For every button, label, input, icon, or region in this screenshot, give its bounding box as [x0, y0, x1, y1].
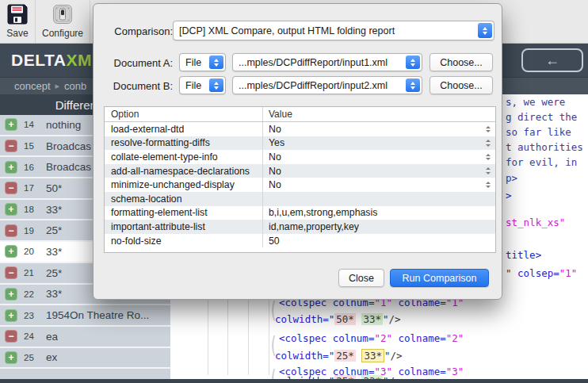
stepper-icon [209, 79, 223, 92]
run-comparison-button[interactable]: Run Comparison [390, 269, 489, 287]
option-row[interactable]: collate-element-type-info No [105, 150, 495, 164]
close-button[interactable]: Close [338, 269, 384, 287]
diff-label: 33* [46, 246, 62, 258]
stepper-icon [478, 23, 492, 38]
diff-label: 1954On Theatre Ro... [46, 309, 149, 321]
code-line: st_nlk_xs" [506, 216, 565, 228]
code-segment: title> [506, 249, 541, 261]
logo-delta-text: DELTA [11, 51, 66, 69]
diff-list-item[interactable]: + 23 1954On Theatre Ro... [0, 305, 170, 327]
code-segment: " [506, 267, 517, 279]
option-value: No [263, 166, 495, 177]
comparison-select[interactable]: [DCP] XML Compare, output HTML folding r… [173, 21, 494, 40]
document-a-path-value: ...mples/DCPdiffReport/input1.xml [239, 57, 422, 68]
code-line: " colsep="1" [506, 267, 577, 279]
comparison-selected-value: [DCP] XML Compare, output HTML folding r… [179, 25, 494, 36]
diff-number: 15 [24, 141, 43, 151]
configure-button[interactable]: Configure [36, 0, 90, 43]
option-row[interactable]: resolve-formatting-diffs Yes [105, 136, 495, 151]
value-stepper-icon[interactable] [486, 150, 491, 164]
value-stepper-icon[interactable] [486, 136, 491, 151]
diff-badge-icon: + [5, 245, 17, 258]
option-value: No [263, 151, 495, 163]
diff-number: 21 [24, 268, 43, 278]
diff-number: 14 [24, 120, 43, 129]
diff-label: Broadcas [46, 161, 91, 173]
diff-badge-icon: − [5, 330, 17, 343]
stepper-icon [406, 79, 420, 92]
comparison-label: Comparison: [97, 25, 173, 37]
breadcrumb-item-conbody[interactable]: conb [64, 80, 86, 92]
option-value: b,i,u,em,strong,emphasis [263, 207, 495, 218]
option-row[interactable]: no-fold-size 50 [105, 234, 495, 248]
diff-badge-icon: − [5, 182, 17, 194]
document-b-path-select[interactable]: ...mples/DCPdiffReport/input2.xml [232, 76, 422, 94]
option-value: 50 [263, 236, 495, 247]
diff-label: ex [46, 351, 57, 363]
code-segment: > [506, 190, 512, 201]
option-name: important-attribute-list [105, 220, 263, 234]
code-segment: colsep= [517, 267, 559, 279]
code-segment: "2" [446, 332, 464, 344]
breadcrumb-item-concept[interactable]: concept [14, 80, 51, 92]
option-column-header[interactable]: Option [105, 107, 263, 121]
code-line: t authorities [506, 141, 583, 153]
diff-badge-icon: − [5, 140, 17, 152]
code-segment: st_nlk_xs" [506, 216, 565, 228]
code-segment: colwidth=" [275, 313, 334, 325]
code-line: > [506, 190, 512, 201]
diff-badge-icon: + [5, 288, 17, 301]
code-segment: 25* [334, 350, 356, 362]
value-column-header[interactable]: Value [263, 109, 495, 120]
diff-number: 19 [24, 226, 43, 236]
diff-badge-icon: + [5, 161, 17, 174]
document-a-type-select[interactable]: File [179, 53, 226, 71]
document-b-type-select[interactable]: File [179, 76, 226, 94]
back-button[interactable]: ← [521, 48, 583, 72]
diff-number: 16 [24, 163, 43, 172]
diff-list-item[interactable]: − 24 ea [0, 327, 170, 348]
diff-label: 33* [46, 288, 62, 300]
value-stepper-icon[interactable] [486, 178, 491, 192]
options-table-header: Option Value [105, 107, 495, 122]
option-value: No [263, 124, 495, 135]
option-name: load-external-dtd [105, 122, 263, 136]
diff-number: 23 [24, 311, 43, 320]
option-row[interactable]: important-attribute-list id,name,propert… [105, 220, 495, 234]
diff-number: 20 [24, 247, 43, 256]
line-wrap-icon: ( [269, 331, 277, 358]
app-window: s, we wereg direct theso far liket autho… [0, 0, 588, 383]
option-row[interactable]: add-all-namespace-declarations No [105, 164, 495, 178]
option-row[interactable]: minimize-unchanged-display No [105, 178, 495, 192]
deltaxml-logo: DELTAXML [11, 51, 102, 70]
document-a-path-select[interactable]: ...mples/DCPdiffReport/input1.xml [232, 53, 422, 71]
code-segment: "2" [374, 332, 392, 344]
options-table: Option Value load-external-dtd No resolv… [104, 106, 496, 253]
code-segment: g direct the [506, 111, 577, 123]
option-row[interactable]: schema-location [105, 192, 495, 206]
code-segment: p> [506, 172, 517, 184]
code-line: <colspec colnum="2" colname="2" [279, 332, 464, 344]
option-row[interactable]: load-external-dtd No [105, 122, 495, 136]
diff-number: 24 [24, 331, 43, 341]
code-segment: colname= [392, 332, 446, 344]
document-b-choose-button[interactable]: Choose... [430, 76, 493, 94]
value-stepper-icon[interactable] [486, 122, 491, 136]
code-segment: so far like [506, 126, 571, 138]
option-name: schema-location [105, 192, 263, 206]
save-button[interactable]: Save [0, 0, 36, 43]
document-a-choose-button[interactable]: Choose... [430, 53, 493, 71]
code-segment: "1" [559, 267, 578, 279]
diff-number: 18 [24, 205, 43, 214]
code-line: p> [506, 172, 517, 184]
code-line: so far like [506, 126, 571, 138]
option-row[interactable]: formatting-element-list b,i,u,em,strong,… [105, 206, 495, 220]
diff-list-item[interactable]: + 25 ex [0, 348, 170, 370]
choose-label: Choose... [440, 57, 483, 68]
option-name: no-fold-size [105, 234, 263, 248]
value-stepper-icon[interactable] [486, 164, 491, 178]
diff-label: nothing [46, 119, 81, 131]
bottom-bar [0, 379, 588, 383]
option-name: formatting-element-list [105, 206, 263, 220]
code-segment: colwidth=" [275, 350, 334, 362]
